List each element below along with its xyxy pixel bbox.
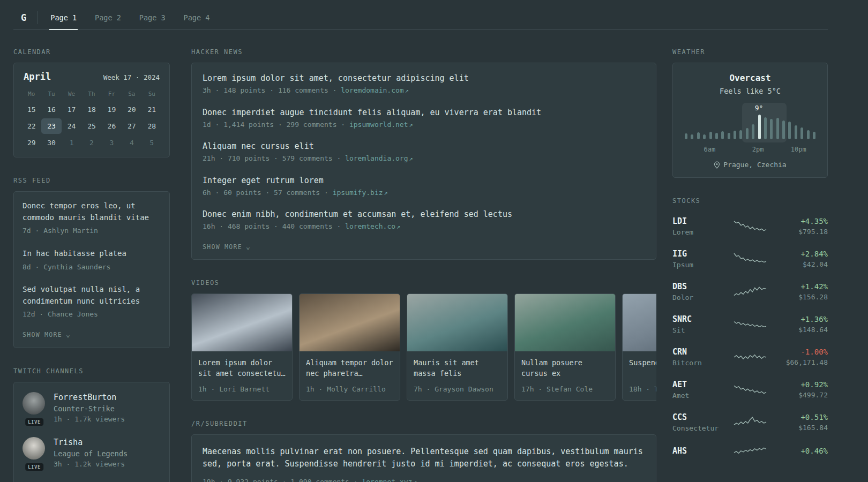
hn-meta: 16h · 468 points · 440 comments · loremt…: [203, 221, 645, 232]
weather-card: Overcast Feels like 5°C 9° 6am 2pm: [672, 63, 828, 178]
stock-sparkline: [733, 383, 767, 397]
stock-sparkline: [733, 285, 767, 299]
rss-item-title[interactable]: In hac habitasse platea: [23, 248, 161, 260]
calendar-day: 29: [21, 135, 41, 150]
stock-row: CCS Consectetur +0.51% $165.84: [672, 406, 828, 439]
rss-show-more-button[interactable]: SHOW MORE⌄: [14, 326, 79, 347]
video-card[interactable]: Aliquam tempor dolor nec pharetra… 1h · …: [299, 293, 400, 401]
nav-divider: [37, 11, 38, 24]
hn-domain-link[interactable]: ipsumify.biz: [333, 189, 383, 197]
hackernews-widget: HACKER NEWS Lorem ipsum dolor sit amet, …: [191, 48, 656, 260]
rss-list: Donec tempor eros leo, ut commodo mauris…: [14, 194, 169, 326]
videos-header: VIDEOS: [191, 279, 656, 287]
weather-bar: [746, 128, 749, 139]
weather-bar: [776, 118, 779, 139]
weather-bar: [703, 134, 706, 139]
weather-bar: [800, 127, 803, 139]
weather-bar: [697, 132, 700, 139]
video-card[interactable]: Suspendisse diam 18h · Tara: [622, 293, 656, 401]
calendar-widget: CALENDAR April Week 17 · 2024 Mo Tu We: [13, 48, 170, 157]
weather-bar: [685, 133, 687, 139]
video-card[interactable]: Nullam posuere cursus ex 17h · Stefan Co…: [514, 293, 616, 401]
rss-item-title[interactable]: Donec tempor eros leo, ut commodo mauris…: [23, 200, 161, 223]
video-meta: 1h · Lori Barnett: [198, 385, 286, 393]
page-tab[interactable]: Page 2: [94, 5, 122, 29]
page-tab[interactable]: Page 4: [183, 5, 211, 29]
weather-bars: [685, 115, 815, 139]
calendar-day: 4: [122, 135, 141, 150]
stock-sparkline: [733, 445, 767, 459]
videos-strip: Lorem ipsum dolor sit amet consectetu… 1…: [191, 293, 656, 401]
stock-sparkline: [733, 252, 767, 266]
stock-price: $795.18: [772, 228, 828, 236]
calendar-weekday: Fr: [102, 88, 122, 102]
weather-bar: [807, 130, 810, 139]
video-thumbnail: [515, 294, 615, 351]
hn-title[interactable]: Integer eget rutrum lorem: [203, 176, 645, 185]
stock-name: Lorem: [672, 228, 729, 236]
hn-domain-link[interactable]: ipsumworld.net: [349, 120, 408, 129]
calendar-top-row: April Week 17 · 2024: [21, 71, 162, 82]
hn-meta-text: 6h · 60 points · 57 comments ·: [203, 189, 333, 197]
hn-title[interactable]: Lorem ipsum dolor sit amet, consectetur …: [203, 73, 645, 83]
weather-time-label: 2pm: [752, 146, 764, 153]
stock-info: AHS: [672, 446, 729, 458]
calendar-day: 1: [62, 135, 81, 150]
calendar-month: April: [24, 71, 51, 82]
stock-change: +1.42%: [772, 282, 828, 291]
hackernews-show-more-button[interactable]: SHOW MORE⌄: [192, 237, 261, 259]
hn-title[interactable]: Aliquam nec cursus elit: [203, 141, 645, 151]
stock-info: AET Amet: [672, 380, 729, 400]
channel-avatar: LIVE: [23, 392, 46, 423]
post-title[interactable]: Maecenas mollis pulvinar erat non posuer…: [203, 446, 645, 471]
calendar-weekday: Tu: [41, 88, 61, 102]
stock-info: SNRC Sit: [672, 314, 729, 334]
video-card[interactable]: Lorem ipsum dolor sit amet consectetu… 1…: [191, 293, 293, 401]
stock-symbol: IIG: [672, 249, 729, 259]
stock-name: Sit: [672, 326, 729, 334]
channel-viewers: 1h · 1.7k viewers: [54, 415, 125, 423]
weather-location-label: Prague, Czechia: [723, 161, 786, 169]
page-tab[interactable]: Page 1: [49, 5, 78, 29]
calendar-day: 24: [62, 118, 81, 134]
twitch-channel-row[interactable]: LIVE ForrestBurton Counter-Strike 1h · 1…: [14, 385, 169, 430]
twitch-channel-row[interactable]: LIVE Trisha League of Legends 3h · 1.2k …: [14, 430, 169, 475]
calendar-day: 22: [21, 118, 41, 134]
stock-price: $148.64: [772, 326, 828, 334]
stock-sparkline: [733, 220, 767, 234]
hn-title[interactable]: Donec imperdiet augue tincidunt felis al…: [203, 108, 645, 117]
hn-domain-link[interactable]: loremdomain.com: [341, 86, 403, 94]
twitch-channel-row[interactable]: LIVE KendallCarr: [14, 475, 169, 482]
rss-item-title[interactable]: Sed volutpat nulla nisl, a condimentum n…: [23, 284, 161, 307]
stocks-list: LDI Lorem +4.35% $795.18: [672, 210, 828, 465]
stock-values: +0.92% $499.72: [772, 380, 828, 399]
stock-name: Consectetur: [672, 424, 729, 432]
hn-domain-link[interactable]: loremlandia.org: [345, 154, 408, 162]
subreddit-widget: /R/SUBREDDIT Maecenas mollis pulvinar er…: [191, 420, 656, 482]
hn-meta: 1d · 1,414 points · 299 comments · ipsum…: [203, 119, 645, 130]
calendar-weekday: Su: [142, 88, 162, 102]
rss-item: In hac habitasse platea 8d · Cynthia Sau…: [14, 242, 169, 278]
app-logo[interactable]: G: [13, 12, 37, 23]
weather-chart: 9°: [685, 104, 815, 139]
calendar-day: 16: [41, 102, 61, 117]
stocks-widget: STOCKS LDI Lorem +4.35% $795.18: [672, 197, 828, 465]
twitch-header: TWITCH CHANNELS: [13, 367, 170, 375]
calendar-day: 19: [102, 102, 122, 117]
video-card[interactable]: Mauris sit amet massa felis 7h · Grayson…: [407, 293, 508, 401]
page-tabs: Page 1 Page 2 Page 3 Page 4: [49, 5, 211, 29]
hackernews-list: Lorem ipsum dolor sit amet, consectetur …: [192, 67, 656, 237]
video-meta: 1h · Molly Carrillo: [306, 385, 393, 393]
live-badge: LIVE: [25, 418, 43, 426]
channel-name[interactable]: Trisha: [54, 438, 128, 447]
video-title: Mauris sit amet massa felis: [414, 357, 501, 380]
post-domain-link[interactable]: loremnet.xyz: [362, 478, 412, 482]
hn-domain-link[interactable]: loremtech.co: [345, 222, 395, 230]
calendar-day: 20: [122, 102, 141, 117]
calendar-weekday: Mo: [21, 88, 41, 102]
calendar-day: 2: [81, 135, 101, 150]
stock-row: DBS Dolor +1.42% $156.28: [672, 275, 828, 308]
page-tab[interactable]: Page 3: [138, 5, 167, 29]
channel-name[interactable]: ForrestBurton: [54, 393, 125, 402]
hn-title[interactable]: Donec enim nibh, condimentum et accumsan…: [203, 209, 645, 219]
